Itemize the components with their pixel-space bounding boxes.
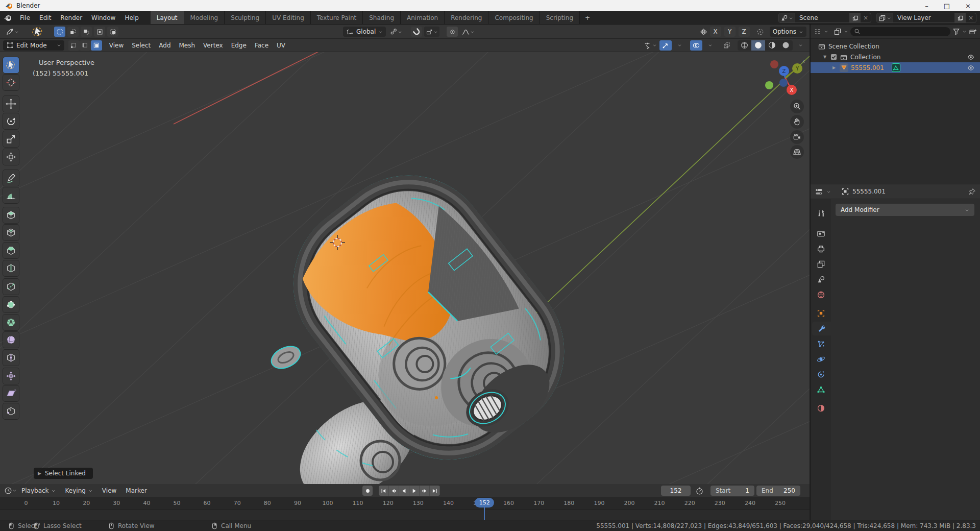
properties-tab-world[interactable] — [812, 288, 829, 302]
select-mode-invert-button[interactable] — [94, 27, 105, 37]
properties-tab-modifier[interactable] — [812, 322, 831, 335]
chevron-down-icon[interactable] — [826, 189, 831, 194]
play-button[interactable] — [409, 486, 420, 496]
disclosure-triangle-icon[interactable]: ▶ — [831, 65, 837, 70]
vertex-select-mode-button[interactable] — [68, 40, 80, 51]
chevron-down-icon[interactable] — [824, 29, 828, 34]
snap-toggle-button[interactable] — [411, 27, 422, 37]
properties-editor-icon[interactable] — [815, 187, 823, 196]
outliner-editor-icon[interactable] — [814, 28, 822, 36]
menu-render[interactable]: Render — [56, 11, 87, 24]
viewport-menu-select[interactable]: Select — [128, 42, 155, 49]
shrink-fatten-tool-button[interactable] — [3, 368, 19, 384]
knife-tool-button[interactable] — [3, 279, 19, 295]
properties-tab-output[interactable] — [812, 242, 829, 256]
sidebar-collapse-arrow[interactable]: ‹ — [802, 57, 805, 65]
mirror-y-button[interactable]: Y — [724, 27, 736, 37]
workspace-tab-shading[interactable]: Shading — [363, 11, 401, 24]
menu-edit[interactable]: Edit — [35, 11, 56, 24]
maximize-button[interactable]: □ — [944, 2, 950, 10]
workspace-tab-modeling[interactable]: Modeling — [184, 11, 225, 24]
scene-selector[interactable]: Scene × — [778, 13, 871, 23]
pin-icon[interactable] — [968, 188, 976, 196]
transform-orientation-dropdown[interactable]: Global — [343, 27, 386, 37]
chevron-down-icon[interactable] — [12, 488, 17, 493]
zoom-view-button[interactable] — [790, 100, 804, 113]
workspace-tab-scripting[interactable]: Scripting — [540, 11, 580, 24]
rotate-tool-button[interactable] — [3, 113, 19, 129]
tweak-select-tool-button[interactable] — [3, 57, 19, 73]
blender-menu-button[interactable] — [0, 11, 15, 24]
filter-icon[interactable] — [952, 28, 960, 35]
hide-viewport-eye-icon[interactable] — [967, 53, 975, 61]
mesh-object[interactable] — [261, 143, 597, 484]
xray-toggle-button[interactable] — [721, 40, 733, 51]
pan-view-button[interactable] — [790, 115, 804, 129]
jump-to-end-button[interactable] — [430, 486, 440, 496]
select-mode-extend-button[interactable] — [67, 27, 79, 37]
collection-checkbox[interactable] — [830, 54, 837, 60]
properties-tab-physics[interactable] — [812, 352, 829, 366]
gizmos-dropdown[interactable] — [673, 40, 685, 51]
gizmo-neg-y-ball[interactable] — [765, 81, 773, 89]
viewport-canvas[interactable] — [0, 52, 810, 484]
select-mode-subtract-button[interactable] — [81, 27, 92, 37]
add-workspace-button[interactable]: + — [580, 11, 595, 24]
add-cube-tool-button[interactable] — [3, 207, 19, 223]
workspace-tab-sculpting[interactable]: Sculpting — [225, 11, 266, 24]
solid-shading-button[interactable] — [751, 40, 765, 51]
chevron-down-icon[interactable] — [844, 29, 848, 34]
timeline-ruler[interactable]: 0102030405060708090100110120130140150160… — [0, 497, 810, 510]
close-button[interactable]: × — [965, 2, 971, 10]
proportional-editing-button[interactable] — [447, 27, 458, 37]
viewport-menu-vertex[interactable]: Vertex — [199, 42, 227, 49]
proportional-falloff-dropdown[interactable] — [460, 27, 476, 37]
properties-tab-particles[interactable] — [812, 337, 829, 351]
edge-slide-tool-button[interactable] — [3, 350, 19, 366]
properties-tab-data[interactable] — [812, 383, 829, 397]
chevron-down-icon[interactable] — [962, 29, 967, 34]
mirror-x-button[interactable]: X — [710, 27, 721, 37]
viewport-menu-face[interactable]: Face — [251, 42, 273, 49]
gizmos-toggle-button[interactable] — [659, 40, 672, 51]
workspace-tab-compositing[interactable]: Compositing — [488, 11, 540, 24]
remove-view-layer-button[interactable]: × — [966, 14, 976, 21]
viewport-menu-view[interactable]: View — [105, 42, 128, 49]
timeline-menu-playback[interactable]: Playback — [17, 487, 61, 494]
move-tool-button[interactable] — [3, 96, 19, 112]
annotate-tool-button[interactable] — [3, 170, 19, 186]
minimize-button[interactable]: – — [925, 2, 928, 10]
viewport-menu-mesh[interactable]: Mesh — [175, 42, 200, 49]
scale-tool-button[interactable] — [3, 131, 19, 147]
frame-end-field[interactable]: End 250 — [756, 486, 800, 496]
play-reverse-button[interactable] — [399, 486, 409, 496]
viewport-menu-edge[interactable]: Edge — [227, 42, 251, 49]
workspace-tab-rendering[interactable]: Rendering — [445, 11, 488, 24]
viewport-menu-uv[interactable]: UV — [273, 42, 289, 49]
face-select-mode-button[interactable] — [91, 40, 102, 51]
menu-help[interactable]: Help — [120, 11, 143, 24]
overlays-dropdown[interactable] — [704, 40, 716, 51]
object-visibility-dropdown[interactable] — [643, 40, 658, 51]
mode-dropdown[interactable]: Edit Mode — [3, 40, 64, 51]
toggle-orthographic-button[interactable] — [790, 145, 804, 159]
disclosure-triangle-icon[interactable]: ▼ — [822, 55, 828, 59]
mirror-z-button[interactable]: Z — [739, 27, 750, 37]
wireframe-shading-button[interactable] — [738, 40, 751, 51]
previous-keyframe-button[interactable] — [389, 486, 399, 496]
loop-cut-tool-button[interactable] — [3, 260, 19, 276]
properties-tab-view-layer[interactable] — [812, 257, 829, 271]
add-modifier-button[interactable]: Add Modifier — [836, 204, 974, 216]
view-layer-selector[interactable]: View Layer × — [876, 13, 976, 23]
outliner-row-scene-collection[interactable]: Scene Collection — [811, 41, 980, 52]
measure-tool-button[interactable] — [3, 187, 19, 203]
playhead-line[interactable] — [484, 507, 485, 520]
overlays-toggle-button[interactable] — [690, 40, 702, 51]
material-preview-button[interactable] — [765, 40, 779, 51]
3d-viewport[interactable]: Edit Mode ViewSelectAddMeshVertexEdgeFac… — [0, 39, 810, 484]
select-mode-intersect-button[interactable] — [107, 27, 118, 37]
workspace-tab-texture-paint[interactable]: Texture Paint — [311, 11, 363, 24]
new-scene-button[interactable] — [849, 13, 861, 22]
properties-tab-object[interactable] — [812, 306, 829, 320]
properties-tab-constraints[interactable] — [812, 368, 829, 381]
